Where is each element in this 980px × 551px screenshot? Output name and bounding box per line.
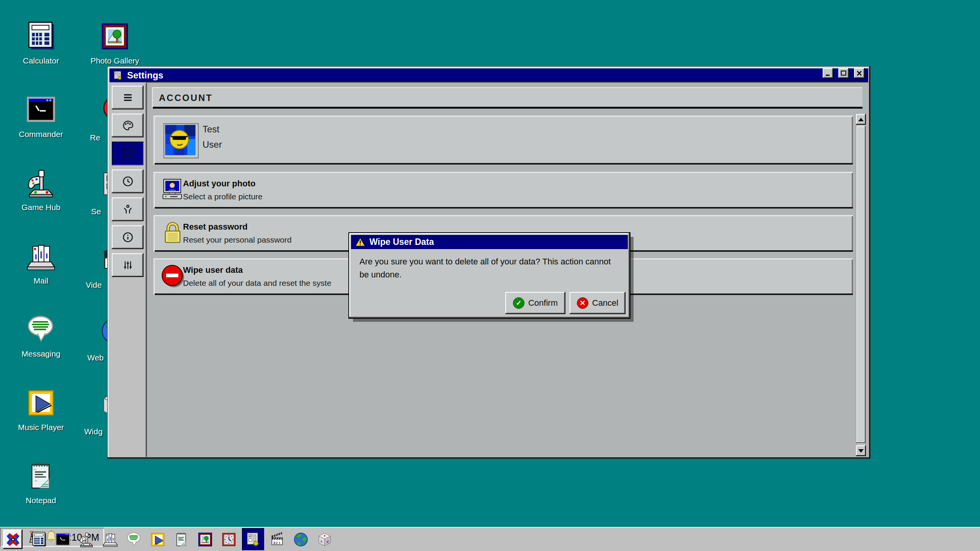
recorder-icon [99,95,108,127]
joystick-icon [78,531,95,548]
confirm-button[interactable]: ✓ Confirm [505,292,565,314]
clock-icon [121,175,134,188]
sidebar-appearance-button[interactable] [112,114,144,137]
desktop-icon-calculator[interactable]: Calculator [8,20,74,65]
row-title: Wipe user data [183,265,243,275]
desktop-icon-mail[interactable]: Mail [8,240,74,285]
adjust-photo-row[interactable]: Adjust your photo Select a profile pictu… [154,172,853,209]
cancel-button[interactable]: ✕ Cancel [570,292,626,314]
desktop-icon-label: Se [91,207,101,216]
scroll-up-button[interactable] [856,114,866,125]
cancel-button-label: Cancel [592,298,618,308]
close-button[interactable] [854,68,865,78]
desktop-icon-label: Notepad [8,496,74,505]
taskbar-notepad-button[interactable] [173,531,190,548]
dialog-title: Wipe User Data [369,237,434,247]
taskbar: 8:10 PM [0,527,980,551]
notepad-icon [173,531,190,548]
desktop-icon-photo-gallery[interactable]: Photo Gallery [82,20,147,65]
no-entry-icon [160,263,186,289]
monitor-user-icon [160,176,186,202]
desktop-icon-label: Vide [86,280,102,290]
taskbar-clock-button[interactable] [220,531,237,548]
desktop-icon-label: Messaging [8,349,74,359]
desktop-icon-commander[interactable]: Commander [8,94,74,139]
desktop-icon-settings-clipped[interactable] [99,169,108,201]
profile-first-name: Test [203,124,219,135]
joystick-icon [25,167,57,199]
dialog-titlebar[interactable]: Wipe User Data [351,235,628,249]
content-scrollbar[interactable] [856,114,866,456]
web-browser-icon [99,315,108,347]
taskbar-widgets-button[interactable] [316,531,333,548]
desktop-icon-notepad[interactable]: Notepad [8,460,74,505]
taskbar-video-editor-button[interactable] [269,531,286,548]
desktop-icon-label: Re [90,133,100,142]
clock-app-icon [220,531,237,548]
scroll-down-button[interactable] [856,445,866,456]
desktop-icon-label: Music Player [8,423,74,432]
taskbar-photo-gallery-button[interactable] [197,531,214,548]
desktop-icon-music-player[interactable]: Music Player [8,387,74,432]
desktop-icon-widgets-clipped[interactable] [99,389,108,421]
taskbar-web-browser-button[interactable] [292,531,309,548]
settings-window-titlebar[interactable]: Settings [109,68,868,82]
desktop-icon-label: Mail [8,276,74,285]
taskbar-calculator-button[interactable] [31,531,47,548]
taskbar-commander-button[interactable] [54,531,71,548]
taskbar-settings-button-active[interactable] [242,528,264,550]
play-icon [149,531,166,548]
settings-app-icon [99,169,108,201]
triangle-down-icon [858,449,864,453]
widgets-icon [99,389,108,421]
sidebar-about-button[interactable] [112,225,144,249]
section-header-label: ACCOUNT [159,93,213,103]
row-title: Adjust your photo [183,179,255,189]
calculator-icon [25,20,57,52]
terminal-icon [54,531,71,548]
dialog-message: Are you sure you want to delete all of y… [359,255,618,281]
settings-window-icon [113,70,123,81]
check-circle-icon: ✓ [513,297,524,309]
play-icon [25,387,57,419]
profile-last-name: User [203,139,222,150]
start-button[interactable] [3,530,23,549]
taskbar-messaging-button[interactable] [126,531,142,548]
desktop-icon-game-hub[interactable]: Game Hub [8,167,74,212]
desktop-icon-web-clipped[interactable] [99,315,108,347]
connectivity-icon [121,203,134,216]
palette-icon [121,119,134,132]
sidebar-menu-button[interactable] [112,86,144,109]
row-subtitle: Delete all of your data and reset the sy… [183,279,332,288]
desktop-icon-label: Web [87,353,104,362]
sidebar-connectivity-button[interactable] [112,197,144,221]
desktop-icon-video-clipped[interactable] [99,242,108,274]
minimize-button[interactable] [823,68,833,78]
video-editor-icon [99,242,108,274]
desktop-icon-recorder-clipped[interactable] [99,95,108,127]
taskbar-music-player-button[interactable] [149,531,166,548]
mail-tray-icon [102,531,119,548]
window-title: Settings [127,70,163,81]
taskbar-mail-button[interactable] [102,531,119,548]
maximize-button[interactable] [838,68,849,78]
profile-card[interactable]: Test User [154,116,853,165]
photo-gallery-icon [99,20,131,52]
desktop-icon-label: Calculator [8,56,74,65]
menu-icon [121,91,134,104]
sidebar-datetime-button[interactable] [112,170,144,193]
warning-triangle-icon [355,237,366,248]
speech-bubble-icon [25,313,57,346]
sidebar-account-button[interactable] [112,142,144,165]
settings-app-icon [245,531,261,548]
triangle-up-icon [858,118,864,121]
sidebar-advanced-button[interactable] [112,253,144,277]
scrollbar-thumb[interactable] [856,126,866,443]
confirm-button-label: Confirm [528,298,558,308]
taskbar-game-hub-button[interactable] [78,531,95,548]
desktop-icon-messaging[interactable]: Messaging [8,313,74,359]
mail-tray-icon [25,240,57,272]
desktop-icon-label: Widg [84,427,103,436]
padlock-icon [160,220,186,246]
notepad-icon [25,460,57,492]
